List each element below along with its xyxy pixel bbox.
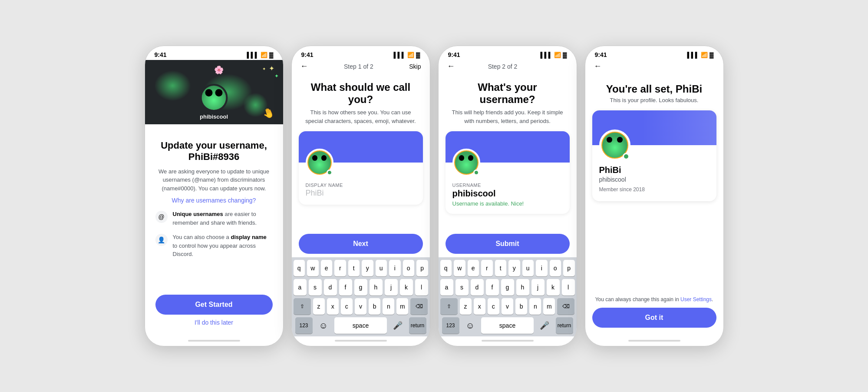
key-v-2[interactable]: v xyxy=(355,298,366,315)
key-i-3[interactable]: i xyxy=(536,260,548,276)
key-e-2[interactable]: e xyxy=(321,260,333,276)
key-q-2[interactable]: q xyxy=(294,260,305,276)
card-body-4: PhiBi phibiscool Member since 2018 xyxy=(592,130,716,201)
key-b-2[interactable]: b xyxy=(369,298,380,315)
shift-key-2[interactable]: ⇧ xyxy=(294,298,311,315)
avatar-wrap-3 xyxy=(452,149,480,176)
key-x-3[interactable]: x xyxy=(474,298,485,315)
num-key-3[interactable]: 123 xyxy=(442,317,459,334)
back-button-4[interactable]: ← xyxy=(594,62,602,71)
submit-button[interactable]: Submit xyxy=(446,234,570,254)
key-k-2[interactable]: k xyxy=(400,279,413,296)
phone3-nav: ← Step 2 of 2 xyxy=(439,60,577,74)
key-n-3[interactable]: n xyxy=(529,298,541,315)
key-x-2[interactable]: x xyxy=(327,298,339,315)
key-g-3[interactable]: g xyxy=(501,279,514,296)
status-icons-4: ▌▌▌ 📶 ▓ xyxy=(687,52,713,58)
key-h-2[interactable]: h xyxy=(370,279,383,296)
key-p-2[interactable]: p xyxy=(416,260,428,276)
key-b-3[interactable]: b xyxy=(515,298,527,315)
key-y-3[interactable]: y xyxy=(508,260,520,276)
key-d-3[interactable]: d xyxy=(471,279,484,296)
wifi-icon-2: 📶 xyxy=(407,52,414,58)
mic-key-2[interactable]: 🎤 xyxy=(389,321,406,330)
back-button-3[interactable]: ← xyxy=(447,62,455,71)
why-changing-link[interactable]: Why are usernames changing? xyxy=(172,197,256,204)
key-z-2[interactable]: z xyxy=(313,298,325,315)
key-o-2[interactable]: o xyxy=(403,260,415,276)
phone4-profile-card: PhiBi phibiscool Member since 2018 xyxy=(592,110,716,201)
key-r-3[interactable]: r xyxy=(481,260,493,276)
key-m-3[interactable]: m xyxy=(543,298,555,315)
key-a-3[interactable]: a xyxy=(440,279,453,296)
user-settings-link-4[interactable]: User Settings xyxy=(680,296,712,302)
key-c-2[interactable]: c xyxy=(341,298,353,315)
key-t-3[interactable]: t xyxy=(495,260,507,276)
pink-flower: 🌸 xyxy=(214,65,224,75)
key-w-3[interactable]: w xyxy=(454,260,465,276)
card-body-2: Display Name PhiBi xyxy=(299,149,423,205)
phone4-footer: You can always change this again in User… xyxy=(585,296,723,336)
online-dot-4 xyxy=(623,153,630,160)
home-indicator-2 xyxy=(335,340,387,342)
key-r-2[interactable]: r xyxy=(334,260,346,276)
key-a-2[interactable]: a xyxy=(294,279,307,296)
phone1-description: We are asking everyone to update to uniq… xyxy=(155,167,273,193)
key-s-2[interactable]: s xyxy=(309,279,322,296)
key-j-2[interactable]: j xyxy=(385,279,398,296)
emoji-key-2[interactable]: ☺ xyxy=(315,321,332,331)
do-later-button[interactable]: I'll do this later xyxy=(195,319,233,326)
key-d-2[interactable]: d xyxy=(324,279,337,296)
key-i-2[interactable]: i xyxy=(389,260,401,276)
key-f-2[interactable]: f xyxy=(339,279,352,296)
return-key-2[interactable]: return xyxy=(409,317,426,334)
key-k-3[interactable]: k xyxy=(547,279,560,296)
banner-username: phibiscool xyxy=(200,113,228,120)
home-indicator-3 xyxy=(482,340,534,342)
key-v-3[interactable]: v xyxy=(502,298,513,315)
mic-key-3[interactable]: 🎤 xyxy=(536,321,553,330)
phone3-footer-area: Submit xyxy=(439,214,577,257)
key-u-3[interactable]: u xyxy=(522,260,534,276)
shift-key-3[interactable]: ⇧ xyxy=(440,298,458,315)
wifi-icon: 📶 xyxy=(261,52,267,58)
key-j-3[interactable]: j xyxy=(531,279,545,296)
time-1: 9:41 xyxy=(155,51,167,58)
return-key-3[interactable]: return xyxy=(556,317,573,334)
battery-icon-4: ▓ xyxy=(710,52,713,58)
key-f-3[interactable]: f xyxy=(486,279,499,296)
username-value-3: phibiscool xyxy=(452,189,563,199)
key-e-3[interactable]: e xyxy=(468,260,479,276)
key-q-3[interactable]: q xyxy=(440,260,452,276)
key-o-3[interactable]: o xyxy=(550,260,561,276)
key-p-3[interactable]: p xyxy=(563,260,575,276)
delete-key-3[interactable]: ⌫ xyxy=(557,298,574,315)
key-t-2[interactable]: t xyxy=(348,260,360,276)
key-w-2[interactable]: w xyxy=(307,260,319,276)
home-indicator-4 xyxy=(628,340,680,342)
key-s-3[interactable]: s xyxy=(455,279,469,296)
phone1-title: Update your username, PhiBi#8936 xyxy=(155,140,273,163)
username-label-3: Username xyxy=(452,183,563,188)
next-button[interactable]: Next xyxy=(299,234,423,254)
key-u-2[interactable]: u xyxy=(376,260,387,276)
emoji-key-3[interactable]: ☺ xyxy=(462,321,479,331)
delete-key-2[interactable]: ⌫ xyxy=(410,298,428,315)
back-button-2[interactable]: ← xyxy=(300,62,308,71)
skip-button-2[interactable]: Skip xyxy=(409,63,421,70)
banner-avatar: phibiscool xyxy=(200,84,228,120)
space-key-3[interactable]: space xyxy=(481,317,534,334)
key-l-3[interactable]: l xyxy=(562,279,575,296)
got-it-button[interactable]: Got it xyxy=(592,308,716,328)
space-key-2[interactable]: space xyxy=(334,317,387,334)
get-started-button[interactable]: Get Started xyxy=(155,295,273,315)
key-l-2[interactable]: l xyxy=(415,279,428,296)
key-y-2[interactable]: y xyxy=(362,260,373,276)
key-m-2[interactable]: m xyxy=(396,298,408,315)
key-n-2[interactable]: n xyxy=(383,298,394,315)
key-g-2[interactable]: g xyxy=(354,279,367,296)
key-c-3[interactable]: c xyxy=(488,298,499,315)
num-key-2[interactable]: 123 xyxy=(295,317,313,334)
key-h-3[interactable]: h xyxy=(516,279,529,296)
key-z-3[interactable]: z xyxy=(460,298,472,315)
